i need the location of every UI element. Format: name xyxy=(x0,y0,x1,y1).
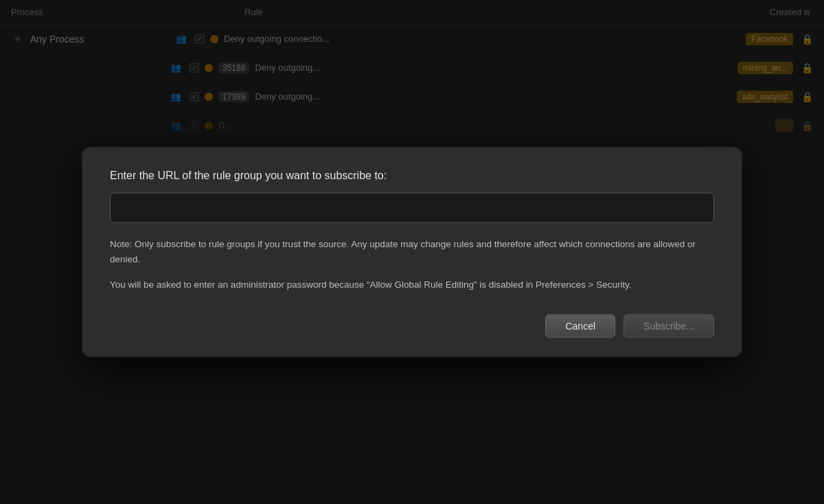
subscribe-dialog: Enter the URL of the rule group you want… xyxy=(82,148,742,357)
dialog-title: Enter the URL of the rule group you want… xyxy=(110,170,714,182)
admin-text: You will be asked to enter an administra… xyxy=(110,277,714,293)
note-text: Note: Only subscribe to rule groups if y… xyxy=(110,237,714,266)
url-input[interactable] xyxy=(110,193,714,223)
dialog-buttons: Cancel Subscribe... xyxy=(110,314,714,337)
cancel-button[interactable]: Cancel xyxy=(545,314,615,337)
subscribe-button[interactable]: Subscribe... xyxy=(623,314,714,337)
